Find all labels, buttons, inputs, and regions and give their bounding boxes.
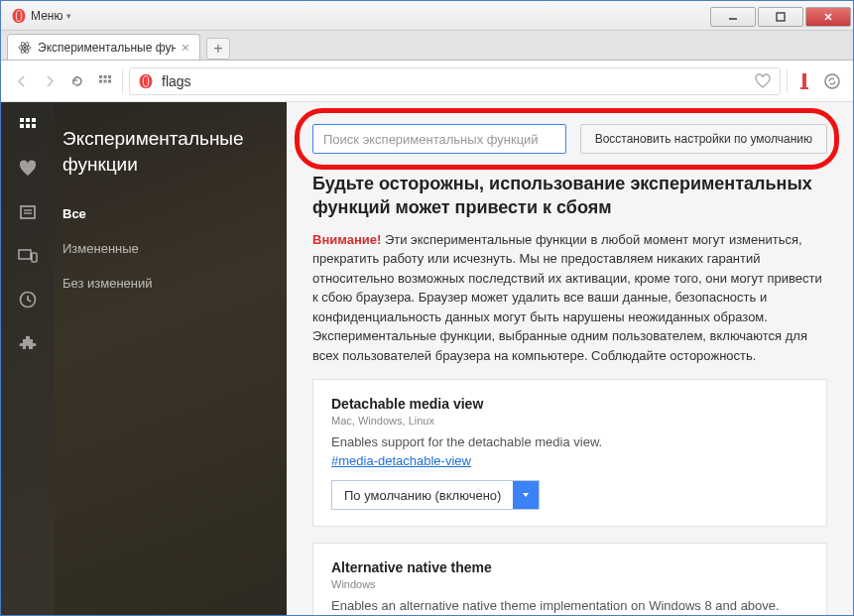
address-input[interactable] bbox=[162, 73, 746, 89]
svg-rect-12 bbox=[104, 75, 107, 78]
svg-rect-15 bbox=[104, 79, 107, 82]
bookmark-heart-icon[interactable] bbox=[754, 72, 772, 90]
svg-rect-11 bbox=[99, 75, 102, 78]
sync-icon[interactable] bbox=[821, 70, 843, 92]
rail-news-icon[interactable] bbox=[17, 201, 39, 223]
page-content: Экспериментальные функции Все Измененные… bbox=[1, 102, 853, 615]
warning-block: Будьте осторожны, использование эксперим… bbox=[287, 172, 853, 379]
svg-rect-28 bbox=[32, 124, 36, 128]
svg-rect-24 bbox=[26, 118, 30, 122]
flag-description: Enables an alternative native theme impl… bbox=[331, 598, 808, 613]
flag-select-value: По умолчанию (включено) bbox=[332, 488, 513, 503]
flag-search-input[interactable] bbox=[312, 124, 566, 154]
window-controls bbox=[710, 5, 853, 27]
rail-flags-icon[interactable] bbox=[17, 114, 39, 136]
address-field[interactable] bbox=[129, 67, 781, 95]
svg-point-19 bbox=[144, 75, 149, 85]
flag-description: Enables support for the detachable media… bbox=[331, 434, 808, 449]
warning-attention: Внимание! bbox=[312, 232, 381, 247]
extension-icon[interactable] bbox=[793, 70, 815, 92]
warning-heading: Будьте осторожны, использование эксперим… bbox=[312, 172, 827, 220]
flag-card: Alternative native theme Windows Enables… bbox=[312, 543, 827, 615]
opera-badge-icon bbox=[138, 73, 154, 89]
speed-dial-button[interactable] bbox=[94, 70, 116, 92]
browser-tab[interactable]: Экспериментальные фун × bbox=[7, 34, 200, 60]
svg-rect-14 bbox=[99, 79, 102, 82]
rail-devices-icon[interactable] bbox=[17, 245, 39, 267]
flag-title: Alternative native theme bbox=[331, 559, 808, 575]
rail-heart-icon[interactable] bbox=[17, 158, 39, 180]
svg-rect-33 bbox=[32, 253, 37, 262]
svg-rect-21 bbox=[800, 87, 808, 89]
svg-point-22 bbox=[825, 74, 839, 88]
svg-point-10 bbox=[24, 46, 27, 49]
chevron-down-icon bbox=[513, 481, 539, 509]
sidebar-item-unchanged[interactable]: Без изменений bbox=[55, 266, 287, 301]
warning-body: Эти экспериментальные функции в любой мо… bbox=[312, 232, 822, 363]
window-close-button[interactable] bbox=[805, 7, 851, 27]
flag-platforms: Windows bbox=[331, 578, 808, 590]
nav-reload-button[interactable] bbox=[66, 70, 88, 92]
new-tab-button[interactable]: + bbox=[206, 38, 230, 60]
svg-point-2 bbox=[17, 10, 22, 20]
svg-rect-26 bbox=[20, 124, 24, 128]
settings-icon-rail bbox=[1, 102, 55, 615]
sidebar-title: Экспериментальные функции bbox=[55, 126, 287, 196]
address-toolbar bbox=[1, 61, 853, 102]
flag-state-select[interactable]: По умолчанию (включено) bbox=[331, 480, 540, 510]
window-minimize-button[interactable] bbox=[710, 7, 756, 27]
svg-rect-27 bbox=[26, 124, 30, 128]
tab-close-button[interactable]: × bbox=[182, 41, 189, 55]
svg-rect-25 bbox=[32, 118, 36, 122]
settings-sidebar: Экспериментальные функции Все Измененные… bbox=[55, 102, 287, 615]
atom-icon bbox=[18, 41, 32, 55]
toolbar-divider bbox=[122, 69, 123, 93]
opera-logo-icon bbox=[11, 8, 27, 24]
flag-card: Detachable media view Mac, Windows, Linu… bbox=[312, 379, 827, 527]
nav-forward-button[interactable] bbox=[39, 70, 61, 92]
svg-rect-23 bbox=[20, 118, 24, 122]
svg-rect-29 bbox=[21, 206, 35, 218]
app-menu-button[interactable]: Меню ▾ bbox=[1, 1, 81, 30]
flag-title: Detachable media view bbox=[331, 396, 808, 412]
tab-title: Экспериментальные фун bbox=[38, 41, 176, 55]
rail-history-icon[interactable] bbox=[17, 289, 39, 310]
svg-rect-4 bbox=[777, 13, 785, 21]
search-row: Восстановить настройки по умолчанию bbox=[287, 102, 853, 172]
svg-rect-32 bbox=[19, 250, 31, 259]
toolbar-divider bbox=[787, 69, 788, 93]
main-panel: Восстановить настройки по умолчанию Будь… bbox=[287, 102, 853, 615]
svg-rect-20 bbox=[802, 73, 806, 87]
rail-extensions-icon[interactable] bbox=[17, 332, 39, 354]
flag-anchor-link[interactable]: #media-detachable-view bbox=[331, 453, 471, 468]
svg-rect-13 bbox=[108, 75, 111, 78]
window-titlebar: Меню ▾ bbox=[1, 1, 853, 31]
svg-rect-16 bbox=[108, 79, 111, 82]
tab-strip: Экспериментальные фун × + bbox=[1, 31, 853, 61]
sidebar-item-all[interactable]: Все bbox=[55, 196, 287, 231]
warning-text: Внимание! Эти экспериментальные функции … bbox=[312, 230, 827, 366]
chevron-down-icon: ▾ bbox=[66, 11, 71, 21]
reset-defaults-button[interactable]: Восстановить настройки по умолчанию bbox=[580, 124, 827, 154]
flag-platforms: Mac, Windows, Linux bbox=[331, 415, 808, 427]
sidebar-item-changed[interactable]: Измененные bbox=[55, 231, 287, 266]
window-maximize-button[interactable] bbox=[758, 7, 803, 27]
app-menu-label: Меню bbox=[31, 9, 62, 23]
nav-back-button[interactable] bbox=[11, 70, 33, 92]
